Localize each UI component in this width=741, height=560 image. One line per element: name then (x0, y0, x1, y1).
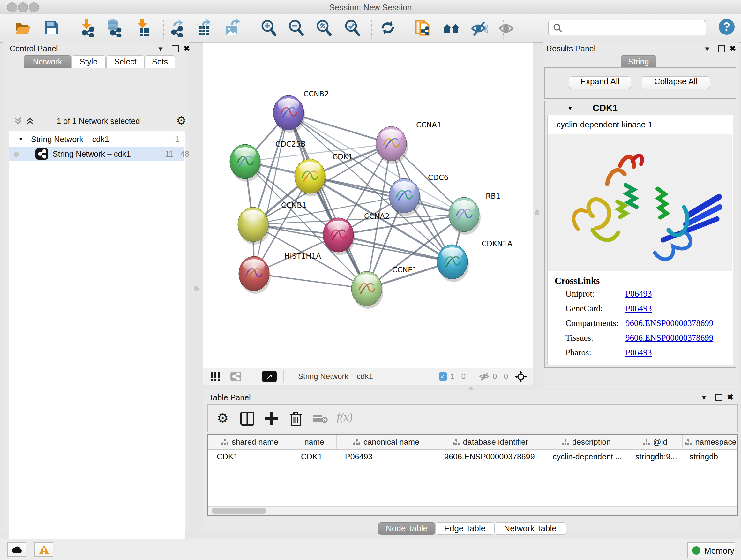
main-toolbar: ? (0, 14, 741, 43)
table-cell[interactable]: 9606.ENSP00000378699 (435, 449, 544, 463)
column-header-database-identifier[interactable]: database identifier (436, 435, 545, 449)
memory-button[interactable]: Memory (687, 543, 735, 558)
collection-collapse-icon[interactable]: ▼ (18, 132, 23, 146)
tab-sets[interactable]: Sets (145, 55, 175, 68)
network-node-cdc25b[interactable]: CDC25B (230, 140, 306, 182)
table-panel-float-icon[interactable] (715, 394, 722, 401)
network-row-selected[interactable]: String Network – cdk1 11 48 (9, 146, 184, 161)
tab-node-table[interactable]: Node Table (378, 522, 435, 535)
search-box[interactable] (548, 20, 706, 36)
show-columns-icon[interactable] (240, 412, 254, 426)
export-image-icon[interactable] (223, 19, 241, 37)
table-panel-menu-arrow-icon[interactable]: ▼ (700, 394, 708, 402)
refresh-icon[interactable] (379, 19, 397, 37)
h-scrollbar-thumb[interactable] (212, 508, 266, 514)
save-session-icon[interactable] (42, 19, 60, 37)
network-edge[interactable] (254, 113, 288, 273)
selected-nodes-checkbox-icon[interactable]: ✓ (439, 372, 447, 381)
network-edge[interactable] (254, 273, 367, 289)
network-node-rb1[interactable]: RB1 (449, 192, 500, 235)
control-panel-float-icon[interactable] (172, 45, 179, 52)
birds-eye-toggle[interactable]: ↗ (262, 371, 277, 382)
crosslink-tissues-link[interactable]: 9606.ENSP00000378699 (625, 333, 713, 343)
cdk1-collapse-icon[interactable]: ▼ (567, 105, 573, 112)
collection-count: 1 (175, 132, 179, 146)
network-graph[interactable]: CCNB2CCNA1CDC25BCDK1CDC6RB1CCNB1CCNA2CDK… (203, 43, 533, 368)
cdk1-section-title: CDK1 (593, 103, 618, 113)
network-collection-row[interactable]: ▼ String Network – cdk1 1 (9, 132, 184, 146)
table-cell[interactable]: stringdb (681, 449, 737, 463)
hide-graphics-icon[interactable] (470, 19, 488, 37)
column-header-namespace[interactable]: namespace (683, 435, 739, 449)
tab-select[interactable]: Select (106, 55, 145, 68)
network-node-ccna1[interactable]: CCNA1 (376, 121, 442, 164)
column-header-name[interactable]: name (292, 435, 337, 449)
create-column-plus-icon[interactable] (265, 412, 279, 426)
table-cell[interactable]: CDK1 (208, 449, 292, 463)
network-overview-icon[interactable] (442, 19, 460, 37)
network-edge[interactable] (288, 113, 367, 289)
collapse-all-button[interactable]: Collapse All (642, 76, 710, 89)
expand-all-chevron-icon[interactable] (25, 117, 35, 125)
table-cell[interactable]: P06493 (336, 449, 435, 463)
grid-view-icon[interactable] (211, 372, 220, 381)
import-table-icon[interactable] (134, 19, 152, 37)
control-panel-menu-arrow-icon[interactable]: ▼ (157, 45, 164, 53)
tab-string[interactable]: String (621, 55, 657, 68)
results-panel-float-icon[interactable] (718, 45, 725, 52)
table-panel-close-icon[interactable]: ✖ (727, 393, 733, 401)
network-options-gear-icon[interactable]: ⚙ (176, 114, 186, 127)
network-node-hist1h1a[interactable]: HIST1H1A (239, 252, 321, 294)
network-node-cdc6[interactable]: CDC6 (389, 173, 448, 216)
results-panel-close-icon[interactable]: ✖ (730, 44, 736, 53)
export-table-icon[interactable] (195, 19, 213, 37)
column-header-shared-name[interactable]: shared name (208, 435, 292, 449)
zoom-selected-icon[interactable] (343, 19, 361, 37)
collapse-all-chevron-icon[interactable] (13, 117, 23, 125)
crosshair-icon[interactable] (515, 371, 527, 382)
help-icon[interactable]: ? (719, 19, 735, 35)
table-cell[interactable]: stringdb:9... (626, 449, 681, 463)
export-network-icon[interactable] (167, 19, 185, 37)
tab-network-table[interactable]: Network Table (494, 522, 566, 535)
show-graphics-icon[interactable] (498, 19, 516, 37)
node-label: CCNE1 (392, 266, 417, 274)
table-settings-gear-icon[interactable]: ⚙ (217, 410, 229, 426)
crosslink-genecard-link[interactable]: P06493 (625, 304, 652, 314)
table-row[interactable]: CDK1CDK1P064939606.ENSP00000378699cyclin… (208, 449, 738, 463)
left-splitter-handle[interactable] (194, 287, 199, 291)
tab-network[interactable]: Network (23, 55, 71, 68)
function-builder-icon: f(x) (337, 410, 353, 424)
results-panel-menu-arrow-icon[interactable]: ▼ (704, 45, 711, 53)
zoom-in-icon[interactable] (260, 19, 278, 37)
column-header-description[interactable]: description (545, 435, 628, 449)
cloud-status-button[interactable] (7, 543, 26, 557)
delete-column-trash-icon[interactable] (289, 411, 302, 426)
column-header-canonical-name[interactable]: canonical name (337, 435, 436, 449)
network-node-cdkn1a[interactable]: CDKN1A (437, 240, 513, 282)
tab-style[interactable]: Style (71, 55, 106, 68)
network-node-ccnb2[interactable]: CCNB2 (273, 90, 329, 133)
table-cell[interactable]: CDK1 (292, 449, 336, 463)
network-canvas[interactable]: CCNB2CCNA1CDC25BCDK1CDC6RB1CCNB1CCNA2CDK… (203, 43, 533, 368)
control-panel-close-icon[interactable]: ✖ (184, 44, 190, 53)
import-network-icon[interactable] (78, 19, 96, 37)
zoom-fit-icon[interactable] (315, 19, 333, 37)
network-node-ccne1[interactable]: CCNE1 (351, 266, 417, 309)
open-session-icon[interactable] (14, 19, 32, 37)
search-input[interactable] (565, 22, 700, 34)
share-view-icon[interactable] (230, 372, 241, 381)
table-cell[interactable]: cyclin-dependent ... (544, 449, 626, 463)
crosslink-pharos-link[interactable]: P06493 (625, 348, 652, 358)
duplicate-network-icon[interactable] (414, 19, 432, 37)
expand-all-button[interactable]: Expand All (569, 76, 631, 89)
column-header-@id[interactable]: @id (628, 435, 683, 449)
crosslink-compartments-link[interactable]: 9606.ENSP00000378699 (625, 318, 713, 328)
zoom-out-icon[interactable] (287, 19, 305, 37)
h-scrollbar-track[interactable] (208, 506, 737, 515)
warning-status-button[interactable] (35, 543, 53, 557)
tab-edge-table[interactable]: Edge Table (435, 522, 494, 535)
import-network-database-icon[interactable] (105, 19, 123, 37)
right-splitter-handle[interactable] (535, 210, 539, 215)
crosslink-uniprot-link[interactable]: P06493 (625, 289, 652, 299)
